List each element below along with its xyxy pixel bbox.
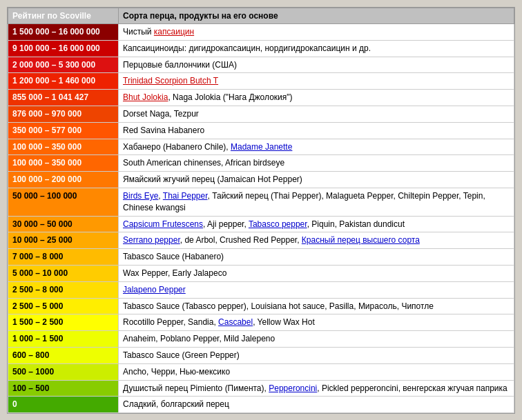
- rating-cell: 100 000 – 200 000: [8, 172, 119, 188]
- scoville-table: Рейтинг по Scoville Сорта перца, продукт…: [8, 8, 514, 413]
- pepper-link[interactable]: Pepperoncini: [269, 383, 317, 393]
- peppers-cell: Ямайский жгучий перец (Jamaican Hot Pepp…: [119, 172, 514, 188]
- peppers-cell: Душистый перец Pimiento (Пимента), Peppe…: [119, 380, 514, 397]
- peppers-cell: Tabasco Sauce (Tabasco pepper), Louisian…: [119, 298, 514, 314]
- table-row: 100 000 – 350 000South American chinense…: [8, 155, 514, 172]
- table-row: 9 100 000 – 16 000 000Капсаициноиды: диг…: [8, 40, 514, 57]
- table-row: 600 – 800Tabasco Sauce (Green Pepper): [8, 347, 514, 363]
- rating-cell: 2 000 000 – 5 300 000: [8, 57, 119, 73]
- table-row: 876 000 – 970 000Dorset Naga, Tezpur: [8, 106, 514, 122]
- rating-cell: 2 500 – 8 000: [8, 281, 119, 298]
- pepper-link[interactable]: Красный перец высшего сорта: [302, 235, 420, 245]
- rating-cell: 1 000 – 1 500: [8, 331, 119, 348]
- peppers-cell: South American chinenses, African birdse…: [119, 155, 514, 172]
- col-rating-header: Рейтинг по Scoville: [8, 8, 119, 24]
- pepper-link[interactable]: Tabasco pepper: [249, 219, 307, 229]
- rating-cell: 1 200 000 – 1 460 000: [8, 73, 119, 90]
- rating-cell: 855 000 – 1 041 427: [8, 90, 119, 106]
- rating-cell: 0: [8, 397, 119, 413]
- pepper-link[interactable]: Birds Eye: [123, 191, 158, 201]
- peppers-cell: Сладкий, болгарский перец: [119, 397, 514, 413]
- rating-cell: 50 000 – 100 000: [8, 188, 119, 216]
- rating-cell: 1 500 – 2 500: [8, 314, 119, 331]
- table-row: 855 000 – 1 041 427Bhut Jolokia, Naga Jo…: [8, 90, 514, 106]
- peppers-cell: Dorset Naga, Tezpur: [119, 106, 514, 122]
- table-row: 2 500 – 5 000Tabasco Sauce (Tabasco pepp…: [8, 298, 514, 314]
- pepper-link[interactable]: Cascabel: [218, 317, 253, 327]
- rating-cell: 876 000 – 970 000: [8, 106, 119, 122]
- pepper-link[interactable]: Bhut Jolokia: [123, 92, 168, 102]
- rating-cell: 600 – 800: [8, 347, 119, 363]
- rating-cell: 30 000 – 50 000: [8, 216, 119, 232]
- table-row: 2 000 000 – 5 300 000Перцовые баллончики…: [8, 57, 514, 73]
- peppers-cell: Wax Pepper, Early Jalapeco: [119, 265, 514, 281]
- peppers-cell: Tabasco Sauce (Green Pepper): [119, 347, 514, 363]
- table-row: 5 000 – 10 000Wax Pepper, Early Jalapeco: [8, 265, 514, 281]
- pepper-link[interactable]: Thai Pepper: [163, 191, 208, 201]
- peppers-cell: Jalapeno Pepper: [119, 281, 514, 298]
- table-row: 500 – 1000Ancho, Черри, Нью-мексико: [8, 363, 514, 380]
- rating-cell: 100 000 – 350 000: [8, 139, 119, 155]
- pepper-link[interactable]: Capsicum Frutescens: [123, 219, 203, 229]
- rating-cell: 2 500 – 5 000: [8, 298, 119, 314]
- rating-cell: 5 000 – 10 000: [8, 265, 119, 281]
- peppers-cell: Bhut Jolokia, Naga Jolokia ("Нага Джолок…: [119, 90, 514, 106]
- rating-cell: 100 – 500: [8, 380, 119, 397]
- table-row: 2 500 – 8 000Jalapeno Pepper: [8, 281, 514, 298]
- peppers-cell: Перцовые баллончики (США): [119, 57, 514, 73]
- table-header-row: Рейтинг по Scoville Сорта перца, продукт…: [8, 8, 514, 24]
- rating-cell: 500 – 1000: [8, 363, 119, 380]
- rating-cell: 1 500 000 – 16 000 000: [8, 24, 119, 41]
- peppers-cell: Birds Eye, Thai Pepper, Тайский перец (T…: [119, 188, 514, 216]
- peppers-cell: Anaheim, Poblano Pepper, Mild Jalepeno: [119, 331, 514, 348]
- table-row: 350 000 – 577 000Red Savina Habanero: [8, 122, 514, 139]
- peppers-cell: Хабанеро (Habanero Chile), Madame Janett…: [119, 139, 514, 155]
- table-row: 1 200 000 – 1 460 000Trinidad Scorpion B…: [8, 73, 514, 90]
- peppers-cell: Red Savina Habanero: [119, 122, 514, 139]
- table-row: 1 500 – 2 500Rocotillo Pepper, Sandia, C…: [8, 314, 514, 331]
- table-row: 100 000 – 350 000Хабанеро (Habanero Chil…: [8, 139, 514, 155]
- table-row: 50 000 – 100 000Birds Eye, Thai Pepper, …: [8, 188, 514, 216]
- pepper-link[interactable]: капсаицин: [154, 27, 194, 37]
- pepper-link[interactable]: Trinidad Scorpion Butch T: [123, 76, 218, 86]
- table-row: 30 000 – 50 000Capsicum Frutescens, Aji …: [8, 216, 514, 232]
- pepper-link[interactable]: Madame Janette: [231, 142, 292, 152]
- table-row: 100 – 500Душистый перец Pimiento (Пимент…: [8, 380, 514, 397]
- rating-cell: 7 000 – 8 000: [8, 249, 119, 266]
- table-row: 1 500 000 – 16 000 000Чистый капсаицин: [8, 24, 514, 41]
- col-peppers-header: Сорта перца, продукты на его основе: [119, 8, 514, 24]
- table-row: 0Сладкий, болгарский перец: [8, 397, 514, 413]
- pepper-link[interactable]: Serrano pepper: [123, 235, 180, 245]
- peppers-cell: Ancho, Черри, Нью-мексико: [119, 363, 514, 380]
- peppers-cell: Чистый капсаицин: [119, 24, 514, 41]
- rating-cell: 10 000 – 25 000: [8, 232, 119, 249]
- scoville-table-container: Рейтинг по Scoville Сорта перца, продукт…: [7, 7, 515, 414]
- table-row: 1 000 – 1 500Anaheim, Poblano Pepper, Mi…: [8, 331, 514, 348]
- table-row: 7 000 – 8 000Tabasco Sauce (Habanero): [8, 249, 514, 266]
- rating-cell: 100 000 – 350 000: [8, 155, 119, 172]
- pepper-link[interactable]: Jalapeno Pepper: [123, 285, 186, 294]
- table-row: 100 000 – 200 000Ямайский жгучий перец (…: [8, 172, 514, 188]
- peppers-cell: Tabasco Sauce (Habanero): [119, 249, 514, 266]
- rating-cell: 350 000 – 577 000: [8, 122, 119, 139]
- peppers-cell: Capsicum Frutescens, Aji pepper, Tabasco…: [119, 216, 514, 232]
- peppers-cell: Rocotillo Pepper, Sandia, Cascabel, Yell…: [119, 314, 514, 331]
- table-row: 10 000 – 25 000Serrano pepper, de Arbol,…: [8, 232, 514, 249]
- peppers-cell: Trinidad Scorpion Butch T: [119, 73, 514, 90]
- rating-cell: 9 100 000 – 16 000 000: [8, 40, 119, 57]
- peppers-cell: Serrano pepper, de Arbol, Crushed Red Pe…: [119, 232, 514, 249]
- peppers-cell: Капсаициноиды: дигидрокапсаицин, нордиги…: [119, 40, 514, 57]
